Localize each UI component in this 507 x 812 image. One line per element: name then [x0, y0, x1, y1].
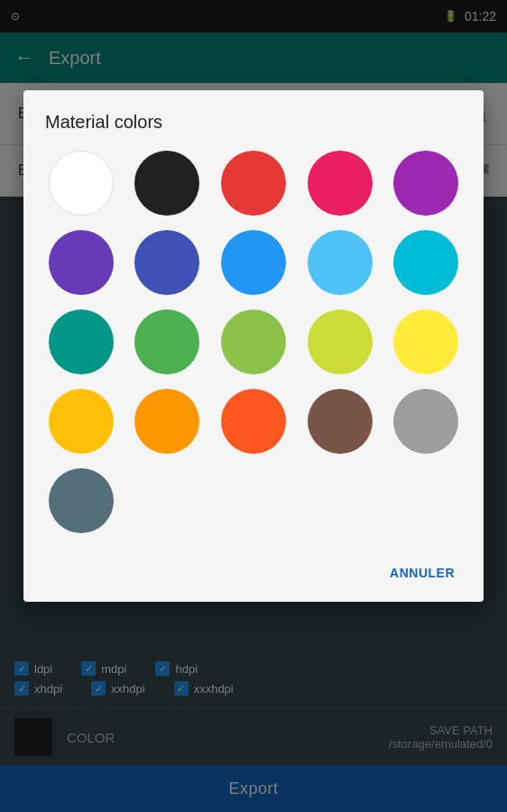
color-circle-brown[interactable] [308, 389, 373, 454]
color-circle-light-green[interactable] [221, 309, 286, 374]
color-circle-indigo-blue[interactable] [134, 230, 199, 295]
cancel-button[interactable]: ANNULER [383, 558, 462, 587]
color-circle-cyan[interactable] [393, 230, 458, 295]
color-circle-amber[interactable] [49, 389, 114, 454]
color-circle-black[interactable] [134, 151, 199, 216]
color-circle-red[interactable] [221, 151, 286, 216]
color-circle-teal[interactable] [49, 309, 114, 374]
color-circle-grey[interactable] [393, 389, 458, 454]
modal-title: Material colors [45, 112, 462, 133]
color-circle-light-blue[interactable] [221, 230, 286, 295]
color-circle-cyan-light[interactable] [308, 230, 373, 295]
color-circle-green[interactable] [134, 309, 199, 374]
color-circle-purple[interactable] [393, 151, 458, 216]
modal-overlay: Material colors ANNULER [0, 0, 507, 812]
color-circle-blue-grey[interactable] [49, 468, 114, 533]
color-circle-deep-orange[interactable] [221, 389, 286, 454]
color-circle-white[interactable] [49, 151, 114, 216]
color-circle-orange[interactable] [134, 389, 199, 454]
color-grid [45, 151, 462, 533]
color-circle-deep-purple[interactable] [49, 230, 114, 295]
material-colors-dialog: Material colors ANNULER [23, 90, 484, 602]
color-circle-lime[interactable] [308, 309, 373, 374]
color-circle-yellow[interactable] [393, 309, 458, 374]
modal-actions: ANNULER [45, 551, 462, 587]
color-circle-pink[interactable] [308, 151, 373, 216]
